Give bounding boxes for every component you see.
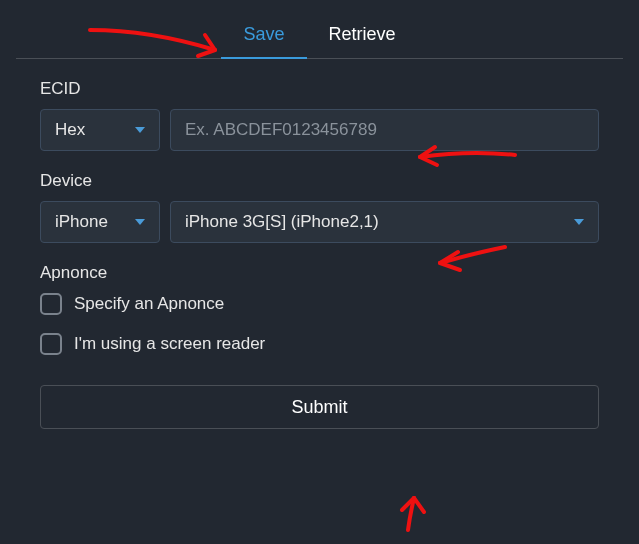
- chevron-down-icon: [574, 219, 584, 225]
- screen-reader-label: I'm using a screen reader: [74, 334, 265, 354]
- device-type-select[interactable]: iPhone: [40, 201, 160, 243]
- ecid-input-wrap: [170, 109, 599, 151]
- chevron-down-icon: [135, 219, 145, 225]
- tab-save[interactable]: Save: [221, 12, 306, 59]
- tab-retrieve[interactable]: Retrieve: [307, 12, 418, 58]
- form: ECID Hex Device iPhone iPhone 3G[S] (iPh…: [0, 59, 639, 429]
- device-model-select[interactable]: iPhone 3G[S] (iPhone2,1): [170, 201, 599, 243]
- submit-button[interactable]: Submit: [40, 385, 599, 429]
- ecid-input[interactable]: [185, 120, 584, 140]
- device-type-value: iPhone: [55, 212, 108, 232]
- ecid-label: ECID: [40, 79, 599, 99]
- device-model-value: iPhone 3G[S] (iPhone2,1): [185, 212, 379, 232]
- device-label: Device: [40, 171, 599, 191]
- chevron-down-icon: [135, 127, 145, 133]
- apnonce-label: Apnonce: [40, 263, 599, 283]
- ecid-format-value: Hex: [55, 120, 85, 140]
- ecid-format-select[interactable]: Hex: [40, 109, 160, 151]
- screen-reader-checkbox[interactable]: [40, 333, 62, 355]
- apnonce-specify-label: Specify an Apnonce: [74, 294, 224, 314]
- tabs: Save Retrieve: [16, 0, 623, 59]
- apnonce-specify-checkbox[interactable]: [40, 293, 62, 315]
